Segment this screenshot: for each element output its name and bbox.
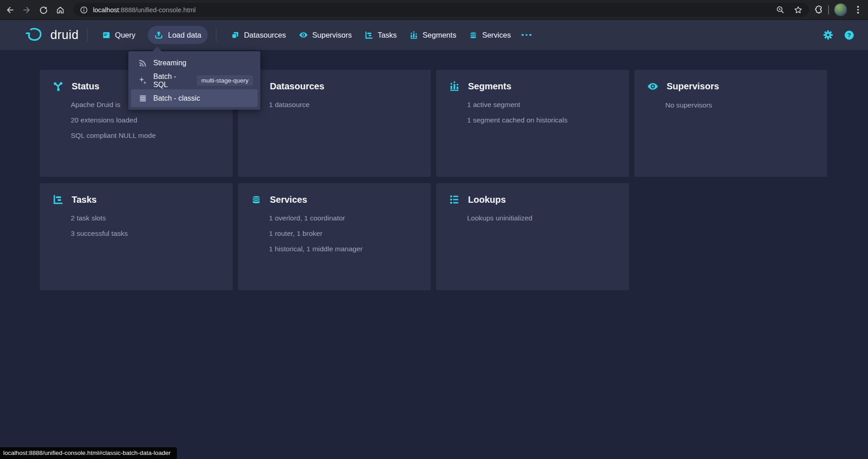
forward-icon[interactable] xyxy=(20,3,34,17)
nav-item-label: Datasources xyxy=(244,31,286,39)
brand-name: druid xyxy=(50,28,79,42)
msq-badge: multi-stage-query xyxy=(197,75,253,86)
load-data-menu: Streaming Batch - SQL multi-stage-query … xyxy=(128,51,260,110)
nav-item-services[interactable]: Services xyxy=(463,26,517,44)
status-fork-icon xyxy=(53,81,63,92)
menu-item-label: Batch - classic xyxy=(153,94,200,103)
address-bar[interactable]: localhost:8888/unified-console.html xyxy=(73,3,809,17)
nav-item-label: Services xyxy=(482,31,511,39)
nav-item-supervisors[interactable]: Supervisors xyxy=(293,26,358,44)
card-line: 1 historical, 1 middle manager xyxy=(269,245,422,253)
nav-item-label: Segments xyxy=(423,31,456,39)
druid-brand[interactable]: druid xyxy=(25,27,79,43)
more-menu-icon[interactable] xyxy=(517,29,536,41)
card-line: SQL compliant NULL mode xyxy=(71,132,224,140)
druid-navbar: druid Query Load data Datasources Superv… xyxy=(0,20,868,50)
card-lookups[interactable]: Lookups Lookups uninitialized xyxy=(436,183,629,290)
card-title: Services xyxy=(270,195,307,205)
nav-divider xyxy=(216,28,216,42)
database-icon xyxy=(469,31,478,39)
reload-icon[interactable] xyxy=(37,3,50,17)
nav-item-label: Load data xyxy=(168,31,201,39)
menu-item-streaming[interactable]: Streaming xyxy=(131,54,258,72)
bookmark-star-icon[interactable] xyxy=(794,5,803,15)
site-info-icon[interactable] xyxy=(80,6,88,14)
chrome-right-controls xyxy=(814,3,863,16)
nav-item-label: Query xyxy=(115,31,136,39)
bar-chart-icon xyxy=(449,81,460,92)
svg-text:?: ? xyxy=(847,32,851,39)
toolbar-divider xyxy=(828,5,829,15)
database-icon xyxy=(251,194,262,205)
gantt-icon xyxy=(365,31,373,39)
card-line: 1 segment cached on historicals xyxy=(467,116,620,124)
upload-cloud-icon xyxy=(154,30,163,39)
browser-toolbar: localhost:8888/unified-console.html xyxy=(0,0,868,20)
card-line: 1 router, 1 broker xyxy=(269,230,422,238)
card-title: Tasks xyxy=(72,195,97,205)
list-lines-icon xyxy=(138,94,147,103)
nav-item-segments[interactable]: Segments xyxy=(403,26,463,44)
nav-item-label: Supervisors xyxy=(312,31,352,39)
card-line: 1 datasource xyxy=(269,101,422,109)
nav-item-query[interactable]: Query xyxy=(96,26,142,44)
menu-item-batch-sql[interactable]: Batch - SQL multi-stage-query xyxy=(131,72,258,89)
card-line: 1 active segment xyxy=(467,101,620,109)
feed-icon xyxy=(138,59,147,68)
card-line: 20 extensions loaded xyxy=(71,116,224,124)
help-icon[interactable]: ? xyxy=(844,30,854,40)
nav-item-datasources[interactable]: Datasources xyxy=(224,26,293,44)
bar-chart-icon xyxy=(410,31,418,39)
profile-avatar[interactable] xyxy=(834,3,847,16)
eye-icon xyxy=(647,81,658,92)
menu-item-batch-classic[interactable]: Batch - classic xyxy=(131,89,258,107)
home-icon[interactable] xyxy=(54,3,67,17)
nav-item-tasks[interactable]: Tasks xyxy=(358,26,403,44)
url-path: :8888/unified-console.html xyxy=(119,6,195,14)
card-title: Status xyxy=(72,81,99,92)
back-icon[interactable] xyxy=(3,3,17,17)
gantt-icon xyxy=(53,194,63,205)
nav-divider xyxy=(87,28,88,42)
card-title: Supervisors xyxy=(667,81,719,92)
sparkles-icon xyxy=(138,76,147,85)
menu-item-label: Batch - SQL xyxy=(153,73,191,89)
nav-item-load-data[interactable]: Load data xyxy=(148,26,207,44)
link-status-bar: localhost:8888/unified-console.html#clas… xyxy=(0,447,177,459)
card-line: No supervisors xyxy=(665,101,818,109)
settings-gear-icon[interactable] xyxy=(823,30,833,40)
card-services[interactable]: Services 1 overlord, 1 coordinator 1 rou… xyxy=(238,183,431,290)
nav-item-label: Tasks xyxy=(378,31,397,39)
card-supervisors[interactable]: Supervisors No supervisors xyxy=(634,70,827,177)
card-title: Datasources xyxy=(270,81,324,92)
chrome-menu-icon[interactable] xyxy=(853,6,863,14)
card-tasks[interactable]: Tasks 2 task slots 3 successful tasks xyxy=(40,183,233,290)
extensions-icon[interactable] xyxy=(814,5,823,15)
url-text: localhost:8888/unified-console.html xyxy=(93,6,196,14)
druid-logo-icon xyxy=(25,27,45,43)
card-datasources[interactable]: Datasources 1 datasource xyxy=(238,70,431,177)
properties-list-icon xyxy=(449,194,460,205)
card-segments[interactable]: Segments 1 active segment 1 segment cach… xyxy=(436,70,629,177)
menu-item-label: Streaming xyxy=(153,59,186,67)
card-title: Lookups xyxy=(468,195,506,205)
eye-icon xyxy=(299,30,308,39)
card-line: 3 successful tasks xyxy=(71,230,224,238)
card-line: Lookups uninitialized xyxy=(467,214,620,222)
zoom-icon[interactable] xyxy=(776,5,785,14)
query-icon xyxy=(102,31,111,39)
url-host: localhost xyxy=(93,6,119,14)
card-line: 1 overlord, 1 coordinator xyxy=(269,214,422,222)
datasources-stack-icon xyxy=(231,31,239,39)
card-title: Segments xyxy=(468,81,512,92)
card-line: 2 task slots xyxy=(71,214,224,222)
navbar-right-controls: ? xyxy=(823,30,854,40)
